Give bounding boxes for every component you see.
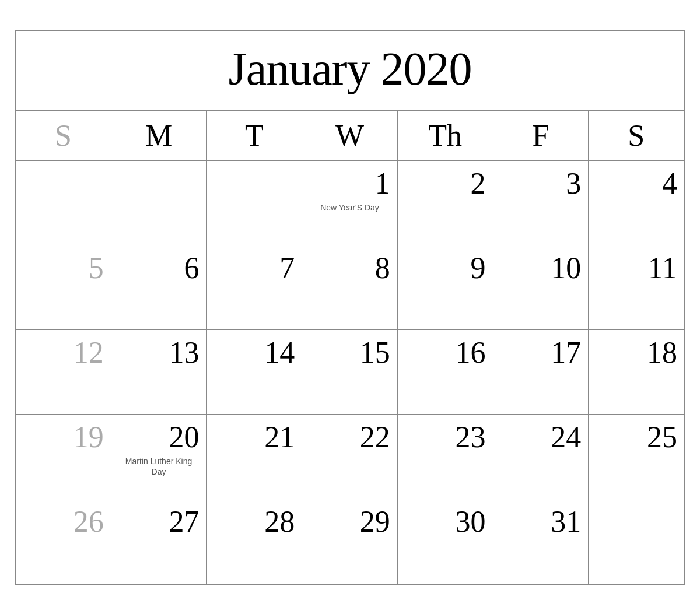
day-number: 22 — [309, 420, 390, 454]
day-cell-jan8: 8 — [302, 245, 398, 330]
header-tuesday: T — [206, 111, 302, 161]
day-number: 23 — [405, 420, 486, 454]
header-thursday: Th — [398, 111, 494, 161]
calendar: January 2020 S M T W Th F S 1 New Year'S… — [15, 30, 685, 585]
day-number: 10 — [501, 251, 582, 285]
day-cell-jan20: 20 Martin Luther King Day — [111, 415, 207, 499]
day-cell — [111, 161, 207, 245]
header-wednesday: W — [302, 111, 398, 161]
day-cell-jan17: 17 — [494, 330, 589, 415]
day-cell-jan3: 3 — [494, 161, 589, 245]
day-number: 21 — [214, 420, 295, 454]
day-cell-jan23: 23 — [398, 415, 494, 499]
day-cell-jan10: 10 — [494, 245, 589, 330]
day-cell-jan24: 24 — [494, 415, 589, 499]
day-number: 31 — [501, 505, 582, 538]
day-cell-jan12: 12 — [16, 330, 111, 415]
day-number: 29 — [309, 505, 390, 538]
day-cell-jan2: 2 — [398, 161, 494, 245]
day-cell-jan13: 13 — [111, 330, 207, 415]
holiday-label-newyear: New Year'S Day — [309, 202, 390, 213]
day-number: 14 — [214, 336, 295, 369]
day-number: 1 — [309, 167, 390, 200]
day-number: 27 — [118, 505, 200, 538]
day-number: 9 — [405, 251, 486, 285]
day-number: 11 — [596, 251, 677, 285]
day-cell-jan14: 14 — [206, 330, 302, 415]
day-cell-jan27: 27 — [111, 499, 207, 584]
day-cell-jan7: 7 — [206, 245, 302, 330]
day-number: 5 — [23, 251, 104, 285]
day-cell-jan5: 5 — [16, 245, 111, 330]
day-cell-jan1: 1 New Year'S Day — [302, 161, 398, 245]
day-number: 26 — [23, 505, 104, 538]
holiday-label-mlk: Martin Luther King Day — [118, 456, 200, 477]
day-number: 28 — [214, 505, 295, 538]
day-number: 12 — [23, 336, 104, 369]
day-cell-jan22: 22 — [302, 415, 398, 499]
day-number: 17 — [501, 336, 582, 369]
header-monday: M — [111, 111, 207, 161]
header-friday: F — [494, 111, 589, 161]
day-cell — [16, 161, 111, 245]
day-number: 7 — [214, 251, 295, 285]
day-cell-jan31: 31 — [494, 499, 589, 584]
day-number: 30 — [405, 505, 486, 538]
calendar-grid: S M T W Th F S 1 New Year'S Day 2 3 4 5 … — [16, 111, 684, 584]
day-number: 25 — [596, 420, 677, 454]
day-cell-empty-end — [589, 499, 684, 584]
day-number: 4 — [596, 167, 677, 200]
day-number: 20 — [118, 420, 200, 454]
day-cell-jan16: 16 — [398, 330, 494, 415]
day-number: 15 — [309, 336, 390, 369]
day-cell-jan28: 28 — [206, 499, 302, 584]
day-cell-jan4: 4 — [589, 161, 684, 245]
day-cell-jan11: 11 — [589, 245, 684, 330]
day-cell-jan21: 21 — [206, 415, 302, 499]
day-number: 8 — [309, 251, 390, 285]
day-number: 2 — [405, 167, 486, 200]
day-cell-jan30: 30 — [398, 499, 494, 584]
day-number: 24 — [501, 420, 582, 454]
day-cell-jan29: 29 — [302, 499, 398, 584]
day-number: 3 — [501, 167, 582, 200]
day-cell-jan19: 19 — [16, 415, 111, 499]
day-cell-jan9: 9 — [398, 245, 494, 330]
day-cell — [206, 161, 302, 245]
day-cell-jan15: 15 — [302, 330, 398, 415]
header-sunday: S — [16, 111, 111, 161]
day-cell-jan25: 25 — [589, 415, 684, 499]
day-number: 6 — [118, 251, 200, 285]
day-number: 19 — [23, 420, 104, 454]
day-number: 16 — [405, 336, 486, 369]
day-number: 13 — [118, 336, 200, 369]
day-cell-jan18: 18 — [589, 330, 684, 415]
calendar-title: January 2020 — [16, 31, 684, 111]
day-number: 18 — [596, 336, 677, 369]
day-cell-jan6: 6 — [111, 245, 207, 330]
header-saturday: S — [589, 111, 684, 161]
day-cell-jan26: 26 — [16, 499, 111, 584]
